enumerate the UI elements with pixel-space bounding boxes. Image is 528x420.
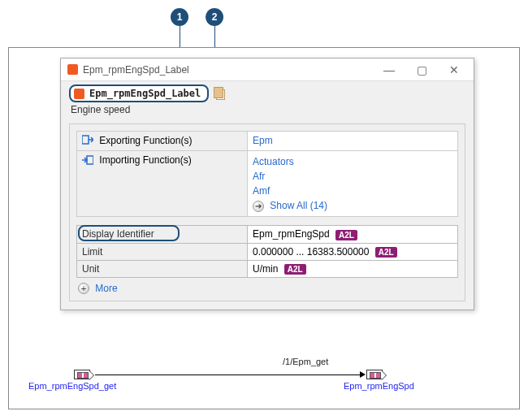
label-chip[interactable]: Epm_rpmEngSpd_Label: [69, 84, 209, 102]
exporting-functions-value: Epm: [248, 132, 458, 151]
window-title: Epm_rpmEngSpd_Label: [83, 64, 189, 76]
a2l-badge: A2L: [335, 230, 357, 240]
importing-functions-label: Importing Function(s): [77, 151, 248, 217]
callout-2: 2: [206, 8, 223, 26]
importing-func-link[interactable]: Actuators: [253, 156, 294, 167]
functions-table: Exporting Function(s) Epm Importing Func…: [76, 131, 458, 217]
canvas-frame: Epm_rpmEngSpd_Label — ▢ ✕ Epm_rpmEngSpd_…: [8, 47, 520, 409]
export-icon: [82, 135, 93, 147]
label-description: Engine speed: [61, 104, 474, 120]
app-icon: [67, 64, 78, 75]
signal-path-label: /1/Epm_get: [283, 357, 328, 366]
label-color-icon: [74, 89, 84, 99]
a2l-badge: A2L: [375, 247, 397, 258]
block-diagram: /1/Epm_get Epm_rpmEngSpd_get Epm_rpmEngS…: [59, 353, 465, 394]
properties-table: Display Identifier Epm_rpmEngSpd A2L Lim…: [76, 225, 458, 278]
display-identifier-value: Epm_rpmEngSpd A2L: [248, 226, 458, 243]
output-port-label: Epm_rpmEngSpd_get: [28, 381, 116, 391]
close-button[interactable]: ✕: [438, 58, 470, 81]
a2l-badge: A2L: [284, 264, 306, 275]
more-link[interactable]: More: [95, 283, 117, 294]
svg-rect-0: [82, 136, 89, 144]
header-bar: Epm_rpmEngSpd_Label: [61, 81, 474, 104]
minimize-button[interactable]: —: [373, 58, 405, 81]
display-identifier-label: Display Identifier: [77, 226, 248, 243]
input-port-label: Epm_rpmEngSpd: [344, 381, 414, 391]
limit-value: 0.000000 ... 16383.500000 A2L: [248, 243, 458, 260]
limit-label: Limit: [77, 243, 248, 260]
input-port[interactable]: [366, 370, 383, 379]
importing-func-link[interactable]: Amf: [253, 185, 270, 197]
plus-icon: +: [78, 283, 89, 294]
properties-dialog: Epm_rpmEngSpd_Label — ▢ ✕ Epm_rpmEngSpd_…: [60, 58, 474, 310]
import-icon: [82, 155, 93, 167]
clipboard-icon[interactable]: [214, 87, 225, 100]
maximize-button[interactable]: ▢: [405, 58, 438, 81]
more-row[interactable]: + More: [76, 278, 458, 294]
arrowhead-icon: [360, 371, 366, 378]
arrow-right-icon: ➔: [253, 201, 264, 212]
exporting-func-link[interactable]: Epm: [253, 135, 273, 146]
importing-functions-value: Actuators Afr Amf ➔ Show All (14): [248, 151, 458, 217]
output-port[interactable]: [74, 370, 90, 379]
signal-wire: [95, 375, 360, 375]
label-chip-text: Epm_rpmEngSpd_Label: [89, 88, 201, 99]
svg-rect-1: [87, 156, 93, 164]
callout-1: 1: [171, 8, 188, 26]
importing-func-link[interactable]: Afr: [253, 171, 265, 182]
unit-value: U/min A2L: [248, 260, 458, 277]
show-all-link[interactable]: Show All (14): [270, 200, 327, 211]
titlebar: Epm_rpmEngSpd_Label — ▢ ✕: [61, 58, 474, 81]
exporting-functions-label: Exporting Function(s): [77, 132, 248, 151]
show-all-row[interactable]: ➔ Show All (14): [253, 198, 452, 213]
unit-label: Unit: [77, 260, 248, 277]
properties-panel: Exporting Function(s) Epm Importing Func…: [69, 123, 465, 301]
